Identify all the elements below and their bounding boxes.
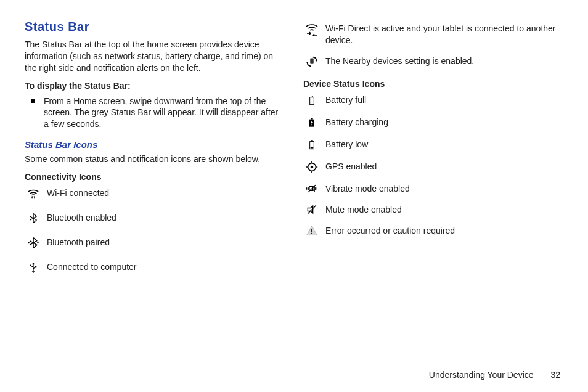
svg-rect-7 <box>311 96 313 97</box>
mute-icon <box>303 203 321 216</box>
svg-rect-18 <box>311 232 312 234</box>
gps-label: GPS enabled <box>325 160 563 173</box>
footer-section: Understanding Your Device <box>429 370 534 380</box>
battery-low-icon <box>303 138 321 152</box>
wifi-direct-label: Wi-Fi Direct is active and your tablet i… <box>325 22 563 46</box>
svg-rect-4 <box>35 266 36 267</box>
square-bullet-icon <box>31 99 35 103</box>
row-gps-enabled: GPS enabled <box>303 160 563 174</box>
bluetooth-icon <box>25 211 42 225</box>
row-bluetooth-enabled: Bluetooth enabled <box>25 211 285 225</box>
row-battery-low: Battery low <box>303 138 563 152</box>
svg-point-1 <box>37 242 39 244</box>
battery-charging-label: Battery charging <box>325 116 563 128</box>
footer-page-number: 32 <box>550 370 560 380</box>
row-battery-full: Battery full <box>303 94 563 107</box>
nearby-label: The Nearby devices setting is enabled. <box>325 55 563 67</box>
bluetooth-paired-icon <box>25 236 42 250</box>
svg-rect-11 <box>311 140 313 141</box>
svg-point-14 <box>311 165 314 168</box>
battery-low-label: Battery low <box>325 138 563 150</box>
bluetooth-paired-label: Bluetooth paired <box>47 236 285 248</box>
row-wifi-connected: Wi-Fi connected <box>25 187 285 200</box>
wifi-icon <box>25 187 42 200</box>
row-usb-connected: Connected to computer <box>25 261 285 276</box>
device-status-heading: Device Status Icons <box>303 78 563 90</box>
usb-icon <box>25 261 42 276</box>
svg-point-0 <box>28 242 30 244</box>
intro-paragraph: The Status Bar at the top of the home sc… <box>25 39 285 74</box>
battery-full-icon <box>303 94 321 107</box>
svg-rect-9 <box>311 118 312 119</box>
battery-full-label: Battery full <box>325 94 563 106</box>
battery-charging-icon <box>303 116 321 129</box>
svg-rect-6 <box>310 97 314 104</box>
bullet-text: From a Home screen, swipe downward from … <box>44 96 285 131</box>
svg-point-3 <box>30 265 31 266</box>
to-display-heading: To display the Status Bar: <box>25 80 285 92</box>
wifi-direct-icon <box>303 22 321 37</box>
error-label: Error occurred or caution required <box>325 224 563 237</box>
nearby-devices-icon <box>303 55 321 68</box>
warning-icon <box>303 224 321 237</box>
page-footer: Understanding Your Device 32 <box>429 369 560 381</box>
svg-rect-12 <box>311 147 314 148</box>
sub-paragraph: Some common status and notification icon… <box>25 153 285 165</box>
right-column: Wi-Fi Direct is active and your tablet i… <box>303 18 563 287</box>
row-wifi-direct: Wi-Fi Direct is active and your tablet i… <box>303 22 563 46</box>
vibrate-label: Vibrate mode enabled <box>325 182 563 195</box>
page-title: Status Bar <box>25 18 285 35</box>
vibrate-icon <box>303 182 321 195</box>
status-bar-icons-heading: Status Bar Icons <box>25 139 285 151</box>
left-column: Status Bar The Status Bar at the top of … <box>25 18 285 287</box>
svg-rect-5 <box>310 58 314 63</box>
row-nearby-devices: The Nearby devices setting is enabled. <box>303 55 563 68</box>
row-vibrate-mode: Vibrate mode enabled <box>303 182 563 195</box>
mute-label: Mute mode enabled <box>325 203 563 216</box>
row-mute-mode: Mute mode enabled <box>303 203 563 216</box>
gps-icon <box>303 160 321 174</box>
usb-label: Connected to computer <box>47 261 285 273</box>
row-bluetooth-paired: Bluetooth paired <box>25 236 285 250</box>
svg-point-2 <box>33 263 35 265</box>
row-battery-charging: Battery charging <box>303 116 563 129</box>
row-error-caution: Error occurred or caution required <box>303 224 563 237</box>
connectivity-heading: Connectivity Icons <box>25 171 285 183</box>
wifi-label: Wi-Fi connected <box>47 187 285 199</box>
bluetooth-enabled-label: Bluetooth enabled <box>47 211 285 224</box>
svg-rect-17 <box>311 229 312 232</box>
bullet-item: From a Home screen, swipe downward from … <box>31 96 285 131</box>
